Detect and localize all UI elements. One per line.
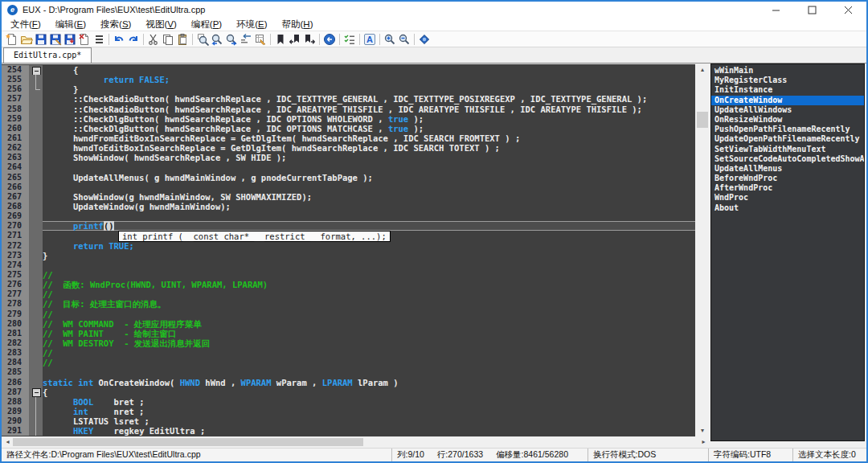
- scroll-right-arrow-icon[interactable]: ▸: [698, 436, 710, 448]
- zoom-in-button[interactable]: [383, 32, 397, 47]
- code-line-254[interactable]: 254 {: [2, 65, 695, 75]
- maximize-button[interactable]: [794, 2, 830, 18]
- minimize-button[interactable]: [758, 2, 794, 18]
- function-list-item-updateallmenus[interactable]: UpdateAllMenus: [711, 164, 864, 174]
- find-next-button[interactable]: [224, 32, 239, 47]
- code-line-259[interactable]: 259 ::CheckDlgButton( hwndSearchReplace …: [2, 114, 695, 124]
- code-line-273[interactable]: 273}: [2, 251, 695, 260]
- close-button[interactable]: [830, 2, 866, 18]
- function-list-item-myregisterclass[interactable]: MyRegisterClass: [711, 76, 864, 85]
- code-line-269[interactable]: 269: [2, 211, 695, 221]
- undo-button[interactable]: [112, 32, 126, 47]
- code-line-260[interactable]: 260 ::CheckDlgButton( hwndSearchReplace …: [2, 124, 695, 133]
- fold-marker[interactable]: [29, 65, 43, 75]
- scroll-down-arrow-icon[interactable]: ▾: [695, 424, 710, 436]
- about-button[interactable]: [417, 32, 432, 47]
- code-line-283[interactable]: 283//: [2, 348, 695, 358]
- scroll-left-arrow-icon[interactable]: ◂: [2, 436, 14, 448]
- code-line-258[interactable]: 258 ::CheckRadioButton( hwndSearchReplac…: [2, 104, 695, 114]
- paste-button[interactable]: [175, 32, 190, 47]
- cut-button[interactable]: [146, 32, 161, 47]
- toggle-bookmark-button[interactable]: [273, 32, 288, 47]
- copy-button[interactable]: [161, 32, 175, 47]
- syntax-color-button[interactable]: [362, 32, 377, 47]
- function-list-item-updateopenpathfilenamerecently[interactable]: UpdateOpenPathFilenameRecently: [711, 134, 864, 144]
- code-line-261[interactable]: 261 hwndFromEditBoxInSearchReplace = Get…: [2, 133, 695, 143]
- code-line-277[interactable]: 277//: [2, 289, 695, 299]
- code-line-267[interactable]: 267 ShowWindow(g_hwndMainWindow, SW_SHOW…: [2, 192, 695, 202]
- function-list-item-wwinmain[interactable]: wWinMain: [711, 66, 864, 76]
- function-list-item-setviewtabwidthmenutext[interactable]: SetViewTabWidthMenuText: [711, 145, 864, 154]
- open-file-button[interactable]: [19, 32, 34, 47]
- code-line-287[interactable]: 287{: [2, 387, 695, 397]
- function-list-item-oncreatewindow[interactable]: OnCreateWindow: [711, 96, 864, 105]
- code-line-291[interactable]: 291 HKEY regkey_EditUltra ;: [2, 426, 695, 436]
- menu-h[interactable]: 帮助(H): [275, 18, 321, 31]
- menu-v[interactable]: 视图(V): [138, 18, 183, 31]
- code-line-288[interactable]: 288 BOOL bret ;: [2, 397, 695, 407]
- code-line-266[interactable]: 266: [2, 182, 695, 192]
- tab-editultracpp[interactable]: EditUltra.cpp*: [3, 47, 92, 63]
- code-line-255[interactable]: 255 return FALSE;: [2, 75, 695, 84]
- code-line-276[interactable]: 276// 函数: WndProc(HWND, UINT, WPARAM, LP…: [2, 280, 695, 289]
- code-line-256[interactable]: 256 }: [2, 84, 695, 94]
- code-line-257[interactable]: 257 ::CheckRadioButton( hwndSearchReplac…: [2, 94, 695, 104]
- code-editor[interactable]: 254 {255 return FALSE;256 }257 ::CheckRa…: [2, 64, 695, 436]
- code-line-272[interactable]: 272 return TRUE;: [2, 241, 695, 251]
- save-all-button[interactable]: [63, 32, 77, 47]
- scroll-up-arrow-icon[interactable]: ▴: [695, 64, 710, 76]
- previous-bookmark-button[interactable]: [288, 32, 302, 47]
- code-line-281[interactable]: 281// WM_PAINT - 绘制主窗口: [2, 329, 695, 338]
- function-list-item-beforewndproc[interactable]: BeforeWndProc: [711, 174, 864, 183]
- menu-e[interactable]: 编辑(E): [48, 18, 93, 31]
- vertical-scrollbar[interactable]: ▴ ▾: [695, 64, 710, 436]
- horizontal-scrollbar-thumb[interactable]: [13, 438, 363, 446]
- code-line-278[interactable]: 278// 目标: 处理主窗口的消息。: [2, 299, 695, 309]
- replace-button[interactable]: [239, 32, 253, 47]
- code-line-263[interactable]: 263 ShowWindow( hwndSearchReplace , SW_H…: [2, 153, 695, 162]
- code-line-282[interactable]: 282// WM_DESTROY - 发送退出消息并返回: [2, 338, 695, 348]
- code-line-275[interactable]: 275//: [2, 270, 695, 280]
- code-line-274[interactable]: 274: [2, 260, 695, 270]
- function-list-item-updateallwindows[interactable]: UpdateAllWindows: [711, 105, 864, 115]
- function-list-item-afterwndproc[interactable]: AfterWndProc: [711, 183, 864, 193]
- next-bookmark-button[interactable]: [302, 32, 317, 47]
- code-line-290[interactable]: 290 LSTATUS lsret ;: [2, 416, 695, 426]
- find-previous-button[interactable]: [210, 32, 224, 47]
- close-file-button[interactable]: [77, 32, 92, 47]
- function-list-item-about[interactable]: About: [711, 203, 864, 213]
- code-line-285[interactable]: 285: [2, 367, 695, 377]
- replace-all-button[interactable]: [253, 32, 268, 47]
- function-list-item-initinstance[interactable]: InitInstance: [711, 85, 864, 95]
- code-line-265[interactable]: 265 UpdateAllMenus( g_hwndMainWindow , g…: [2, 173, 695, 182]
- zoom-out-button[interactable]: [397, 32, 411, 47]
- save-file-button[interactable]: [34, 32, 48, 47]
- code-line-268[interactable]: 268 UpdateWindow(g_hwndMainWindow);: [2, 202, 695, 211]
- menu-s[interactable]: 搜索(S): [93, 18, 138, 31]
- code-line-284[interactable]: 284//: [2, 358, 695, 367]
- view-list-button[interactable]: [342, 32, 357, 47]
- code-line-270[interactable]: 270 printf(): [2, 221, 695, 231]
- menu-f[interactable]: 文件(F): [3, 18, 48, 31]
- fold-marker[interactable]: [29, 387, 43, 397]
- code-line-264[interactable]: 264: [2, 162, 695, 172]
- code-line-279[interactable]: 279//: [2, 309, 695, 319]
- menu-e[interactable]: 环境(E): [229, 18, 274, 31]
- function-list-item-setsourcecodeautocompletedshowaf[interactable]: SetSourceCodeAutoCompletedShowAf: [711, 154, 864, 164]
- find-button[interactable]: [195, 32, 210, 47]
- vertical-scrollbar-thumb[interactable]: [697, 112, 708, 128]
- function-list-item-onresizewindow[interactable]: OnResizeWindow: [711, 115, 864, 125]
- horizontal-scrollbar[interactable]: ◂ ▸: [2, 436, 710, 448]
- code-line-280[interactable]: 280// WM_COMMAND - 处理应用程序菜单: [2, 319, 695, 329]
- file-list-button[interactable]: [92, 32, 106, 47]
- function-list-item-wndproc[interactable]: WndProc: [711, 193, 864, 203]
- save-as-button[interactable]: [48, 32, 63, 47]
- new-file-button[interactable]: [5, 32, 19, 47]
- menu-p[interactable]: 编程(P): [184, 18, 229, 31]
- function-list-item-pushopenpathfilenamerecently[interactable]: PushOpenPathFilenameRecently: [711, 125, 864, 134]
- navigate-back-button[interactable]: [322, 32, 337, 47]
- code-line-286[interactable]: 286static int OnCreateWindow( HWND hWnd …: [2, 378, 695, 387]
- code-line-262[interactable]: 262 hwndToEditBoxInSearchReplace = GetDl…: [2, 143, 695, 153]
- redo-button[interactable]: [126, 32, 141, 47]
- code-line-289[interactable]: 289 int nret ;: [2, 407, 695, 416]
